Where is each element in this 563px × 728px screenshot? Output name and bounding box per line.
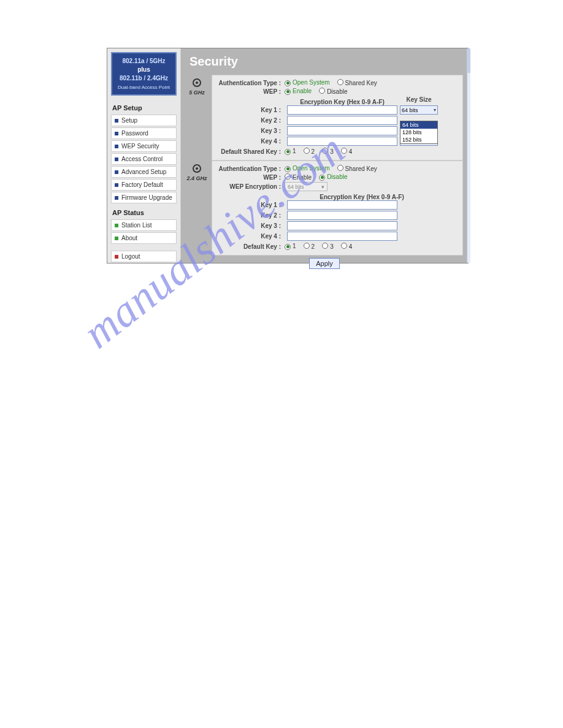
nav-access-control[interactable]: Access Control [111,153,177,165]
nav-about[interactable]: About [111,232,177,244]
label-key1: Key 1 : [217,107,285,113]
nav-station-list[interactable]: Station List [111,219,177,231]
band-text: 5 GHz [189,89,205,96]
label-key4: Key 4 : [217,138,285,145]
radio-icon [341,243,347,249]
radio-defkey-4-24ghz[interactable]: 4 [341,243,353,250]
radio-shared-key-5ghz[interactable]: Shared Key [337,79,377,86]
radio-icon [304,148,310,154]
radio-defkey-2-5ghz[interactable]: 2 [304,148,315,155]
label-key3: Key 3 : [217,127,285,134]
brand-line4: Dual-band Access Point [115,84,173,91]
dropdown-item[interactable]: 152 bits [400,136,437,143]
input-key4-5ghz[interactable] [287,137,397,146]
keys-grid-5ghz: Key 1 : 64 bits▾ Key 2 : 64 bits 128 bit… [217,105,458,146]
nav-logout[interactable]: Logout [111,251,177,262]
heading-key-size: Key Size [400,96,438,105]
antenna-icon [193,164,201,173]
radio-icon [285,89,291,95]
label-auth-type: Authentication Type : [217,165,285,172]
input-key1-5ghz[interactable] [287,105,397,115]
select-wep-encryption-24ghz[interactable]: 64 bits▾ [285,182,327,191]
nav-wep-security[interactable]: WEP Security [111,140,177,152]
select-value: 64 bits [288,184,304,190]
radio-icon [304,243,310,249]
radio-label: Enable [293,174,312,181]
nav-label: Logout [121,253,140,260]
sidebar: 802.11a / 5GHz plus 802.11b / 2.4GHz Dua… [107,48,181,263]
radio-wep-disable-5ghz[interactable]: Disable [319,88,347,95]
band-24ghz: 2.4 GHz Authentication Type : Open Syste… [181,161,468,256]
label-default-shared-key: Default Shared Key : [217,148,285,155]
radio-defkey-1-5ghz[interactable]: 1 [285,148,296,155]
scrollbar-track[interactable] [467,48,470,263]
apply-row: Apply [181,256,468,273]
bullet-icon [115,196,118,200]
bullet-icon [115,237,118,240]
nav-label: About [121,235,137,241]
input-key2-5ghz[interactable] [287,116,397,125]
bullet-icon [115,132,118,135]
radio-label: Enable [293,88,312,94]
band-text: 2.4 GHz [186,175,207,181]
antenna-icon [193,78,201,87]
radio-defkey-3-24ghz[interactable]: 3 [322,243,334,250]
radio-defkey-2-24ghz[interactable]: 2 [304,243,315,250]
label-key1: Key 1 : [217,202,285,208]
keys-grid-24ghz: Key 1 : Key 2 : Key 3 : Key 4 : [217,200,458,241]
nav-advanced-setup[interactable]: Advanced Setup [111,166,177,178]
label-auth-type: Authentication Type : [217,80,285,86]
radio-label: Open System [293,165,330,172]
radio-open-system-24ghz[interactable]: Open System [285,165,330,172]
dropdown-item[interactable]: 64 bits [400,121,437,129]
radio-icon [285,166,291,172]
chevron-down-icon: ▾ [321,184,324,190]
radio-icon [285,149,291,155]
radio-icon [285,173,291,180]
scrollbar-thumb[interactable] [467,48,470,73]
bullet-icon [115,255,118,259]
nav-setup[interactable]: Setup [111,115,177,126]
select-value: 64 bits [402,107,418,113]
radio-label: Open System [293,79,330,86]
label-default-key: Default Key : [217,243,285,250]
nav-firmware-upgrade[interactable]: Firmware Upgrade [111,192,177,203]
nav-password[interactable]: Password [111,127,177,139]
apply-button[interactable]: Apply [309,258,340,269]
heading-encryption-key: Encryption Key (Hex 0-9 A-F) [266,194,458,200]
radio-icon [322,243,328,249]
input-key4-24ghz[interactable] [287,232,397,241]
radio-defkey-4-5ghz[interactable]: 4 [341,148,353,155]
radio-wep-enable-5ghz[interactable]: Enable [285,88,312,95]
brand-line2: plus [115,66,173,74]
nav-label: WEP Security [121,143,159,150]
input-key3-5ghz[interactable] [287,126,397,135]
chevron-down-icon: ▾ [434,107,436,113]
select-keysize1-5ghz[interactable]: 64 bits▾ [400,105,438,115]
bullet-icon [115,183,118,187]
radio-wep-disable-24ghz[interactable]: Disable [319,173,347,181]
radio-defkey-1-24ghz[interactable]: 1 [285,243,296,250]
label-key2: Key 2 : [217,212,285,219]
bullet-icon [115,145,118,148]
radio-open-system-5ghz[interactable]: Open System [285,79,330,86]
band-5ghz: 5 GHz Authentication Type : Open System … [181,72,468,161]
input-key1-24ghz[interactable] [287,200,397,210]
page-title: Security [181,48,468,72]
label-wep: WEP : [217,174,285,181]
panel-5ghz: Authentication Type : Open System Shared… [212,75,463,161]
radio-shared-key-24ghz[interactable]: Shared Key [337,165,377,172]
app-window: 802.11a / 5GHz plus 802.11b / 2.4GHz Dua… [107,48,469,264]
radio-icon [319,175,325,181]
bullet-icon [115,157,118,161]
dropdown-item[interactable]: 128 bits [400,129,437,136]
bullet-icon [115,119,118,123]
radio-defkey-3-5ghz[interactable]: 3 [322,148,334,155]
nav-label: Access Control [121,156,163,162]
input-key3-24ghz[interactable] [287,221,397,230]
radio-wep-enable-24ghz[interactable]: Enable [285,173,312,181]
section-heading-setup: AP Setup [107,99,180,114]
nav-factory-default[interactable]: Factory Default [111,179,177,191]
input-key2-24ghz[interactable] [287,211,397,220]
nav-label: Setup [121,117,137,124]
